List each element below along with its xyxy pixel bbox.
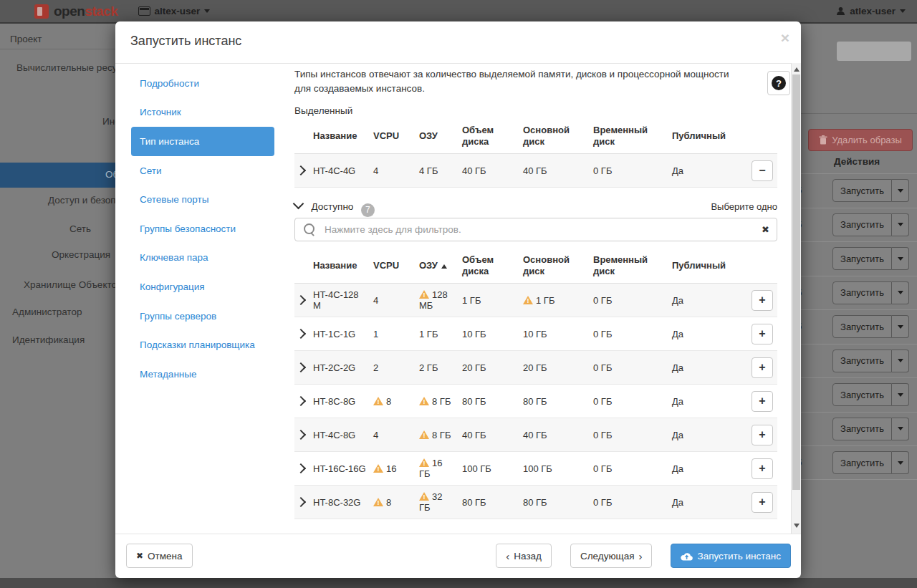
close-icon[interactable]: × xyxy=(781,30,789,45)
launch-split-button[interactable]: Запустить xyxy=(832,315,909,338)
sidebar-item-admin[interactable]: Администратор xyxy=(12,307,82,317)
wizard-step-scheduler-hints[interactable]: Подсказки планировщика xyxy=(131,330,274,360)
collapse-section-icon[interactable] xyxy=(293,198,304,210)
launch-split-button[interactable]: Запустить xyxy=(832,418,909,440)
expand-row-icon[interactable] xyxy=(296,496,306,506)
sidebar-item-network[interactable]: Сеть xyxy=(69,223,91,234)
launch-split-button[interactable]: Запустить xyxy=(832,213,909,236)
col-header-ram[interactable]: ОЗУ xyxy=(419,125,462,148)
launch-button[interactable]: Запустить xyxy=(832,179,892,202)
col-header-ram-sorted[interactable]: ОЗУ xyxy=(419,254,462,277)
col-header-vcpu[interactable]: VCPU xyxy=(373,254,419,277)
launch-dropdown-toggle[interactable] xyxy=(892,315,909,338)
wizard-step-network-ports[interactable]: Сетевые порты xyxy=(131,185,274,214)
launch-split-button[interactable]: Запустить xyxy=(832,383,909,406)
launch-dropdown-toggle[interactable] xyxy=(892,451,909,474)
col-header-name[interactable]: Название xyxy=(313,254,373,277)
scrollbar-thumb[interactable] xyxy=(792,74,800,490)
wizard-step-server-groups[interactable]: Группы серверов xyxy=(131,302,274,331)
help-button[interactable]: ? xyxy=(767,71,790,95)
launch-button[interactable]: Запустить xyxy=(832,350,892,372)
background-filter-box[interactable] xyxy=(837,42,911,61)
launch-dropdown-toggle[interactable] xyxy=(892,213,909,236)
add-flavor-button[interactable]: + xyxy=(752,391,773,412)
delete-images-button[interactable]: Удалить образы xyxy=(808,129,913,151)
actions-column-header: Действия xyxy=(834,156,880,167)
launch-dropdown-toggle[interactable] xyxy=(892,247,909,270)
sidebar-item-identity[interactable]: Идентификация xyxy=(12,334,85,345)
back-button[interactable]: ‹ Назад xyxy=(496,544,552,568)
project-selector[interactable]: altex-user xyxy=(138,6,211,16)
expand-row-icon[interactable] xyxy=(296,294,306,304)
launch-split-button[interactable]: Запустить xyxy=(832,281,909,304)
add-flavor-button[interactable]: + xyxy=(752,324,773,344)
launch-dropdown-toggle[interactable] xyxy=(892,350,909,372)
col-header-vcpu[interactable]: VCPU xyxy=(373,125,419,148)
wizard-step-configuration[interactable]: Конфигурация xyxy=(131,272,274,302)
launch-dropdown-toggle[interactable] xyxy=(892,383,909,406)
expand-row-icon[interactable] xyxy=(296,395,306,405)
col-header-root-disk[interactable]: Основной диск xyxy=(523,119,593,153)
launch-split-button[interactable]: Запустить xyxy=(832,247,909,270)
sidebar-item-orchestration[interactable]: Оркестрация xyxy=(52,249,110,260)
wizard-step-source[interactable]: Источник xyxy=(131,98,274,127)
launch-button[interactable]: Запустить xyxy=(832,247,892,270)
launch-button[interactable]: Запустить xyxy=(832,315,892,338)
openstack-logo[interactable]: openstack xyxy=(34,4,118,19)
col-header-ephemeral-disk[interactable]: Временный диск xyxy=(593,119,672,153)
cancel-button[interactable]: ✖ Отмена xyxy=(126,544,193,568)
expand-row-icon[interactable] xyxy=(296,328,306,338)
launch-button[interactable]: Запустить xyxy=(832,451,892,474)
scroll-up-icon[interactable] xyxy=(794,67,800,72)
col-header-name[interactable]: Название xyxy=(313,125,373,148)
launch-button[interactable]: Запустить xyxy=(832,383,892,406)
expand-row-icon[interactable] xyxy=(296,463,306,473)
wizard-step-key-pair[interactable]: Ключевая пара xyxy=(131,244,274,273)
sidebar-item-images-selected[interactable]: Образы xyxy=(0,163,115,188)
sidebar-item-object-store[interactable]: Хранилище Объектов xyxy=(24,279,122,290)
wizard-step-networks[interactable]: Сети xyxy=(131,156,274,185)
next-button[interactable]: Следующая › xyxy=(570,544,653,568)
expand-row-icon[interactable] xyxy=(296,165,306,175)
wizard-step-security-groups[interactable]: Группы безопасности xyxy=(131,214,274,244)
col-header-ephemeral-disk[interactable]: Временный диск xyxy=(593,249,672,283)
launch-split-button[interactable]: Запустить xyxy=(832,179,909,202)
add-flavor-button[interactable]: + xyxy=(752,357,773,378)
wizard-step-flavor-active[interactable]: Тип инстанса xyxy=(131,127,274,156)
scroll-down-icon[interactable] xyxy=(794,524,800,528)
modal-scrollbar[interactable] xyxy=(791,63,801,534)
wizard-step-metadata[interactable]: Метаданные xyxy=(131,360,274,389)
search-icon[interactable] xyxy=(304,223,315,234)
launch-dropdown-toggle[interactable] xyxy=(892,179,909,202)
filter-input[interactable] xyxy=(323,223,754,236)
launch-button[interactable]: Запустить xyxy=(832,281,892,304)
add-flavor-button[interactable]: + xyxy=(752,425,773,445)
col-header-total-disk[interactable]: Объем диска xyxy=(462,249,523,283)
expand-row-icon[interactable] xyxy=(296,429,306,439)
add-flavor-button[interactable]: + xyxy=(752,458,773,479)
launch-button[interactable]: Запустить xyxy=(832,418,892,440)
launch-instance-button[interactable]: Запустить инстанс xyxy=(671,544,791,568)
launch-button[interactable]: Запустить xyxy=(832,213,892,236)
launch-dropdown-toggle[interactable] xyxy=(892,281,909,304)
clear-filter-icon[interactable]: ✖ xyxy=(762,224,769,235)
remove-flavor-button[interactable]: − xyxy=(752,160,773,181)
flavor-public: Да xyxy=(672,323,745,345)
user-icon xyxy=(836,6,845,16)
flavor-root-disk: 40 ГБ xyxy=(523,424,593,446)
col-header-public[interactable]: Публичный xyxy=(672,125,745,148)
launch-split-button[interactable]: Запустить xyxy=(832,350,909,372)
flavor-public: Да xyxy=(672,289,745,312)
add-flavor-button[interactable]: + xyxy=(752,290,773,311)
col-header-root-disk[interactable]: Основной диск xyxy=(523,249,593,283)
col-header-public[interactable]: Публичный xyxy=(672,254,745,277)
flavor-public: Да xyxy=(672,458,745,480)
add-flavor-button[interactable]: + xyxy=(752,492,773,513)
launch-split-button[interactable]: Запустить xyxy=(832,451,909,474)
user-menu[interactable]: atlex-user xyxy=(836,0,906,22)
expand-row-icon[interactable] xyxy=(296,362,306,372)
wizard-step-details[interactable]: Подробности xyxy=(131,69,274,98)
launch-dropdown-toggle[interactable] xyxy=(892,418,909,440)
col-header-total-disk[interactable]: Объем диска xyxy=(462,119,523,153)
sidebar-item-project[interactable]: Проект xyxy=(10,34,42,44)
